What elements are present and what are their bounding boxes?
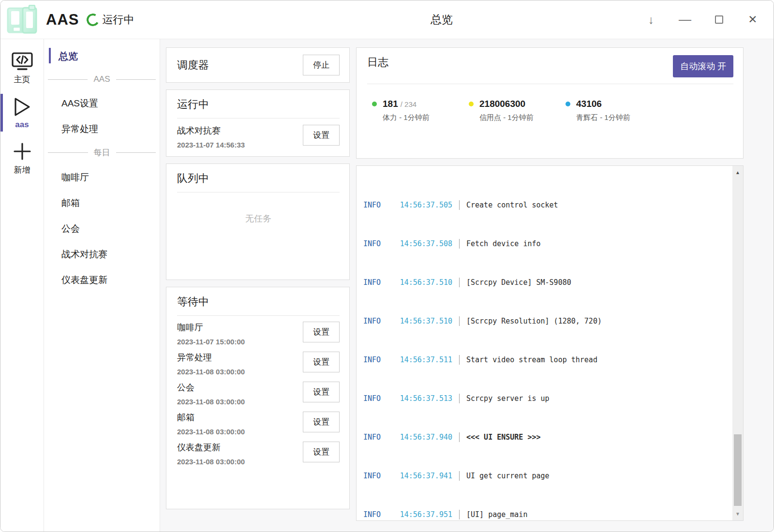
resource-value: 181 xyxy=(383,99,398,109)
rail-item-home[interactable]: 主页 xyxy=(0,49,44,87)
log-message: Create control socket xyxy=(466,200,558,210)
log-timestamp: 14:56:37.508 xyxy=(393,239,452,249)
log-separator xyxy=(459,432,460,442)
settings-button[interactable]: 设置 xyxy=(303,352,340,372)
task-name: 咖啡厅 xyxy=(177,322,245,333)
close-button[interactable]: ✕ xyxy=(746,14,759,26)
log-separator xyxy=(459,510,460,519)
log-timestamp: 14:56:37.951 xyxy=(393,510,452,519)
log-timestamp: 14:56:37.510 xyxy=(393,316,452,326)
plus-icon xyxy=(0,141,44,162)
log-level: INFO xyxy=(363,200,393,210)
resource-value: 43106 xyxy=(576,99,602,109)
resource-stats: 181 / 234 体力 - 1分钟前 218006300 xyxy=(367,99,733,122)
sidebar-divider-aas: AAS xyxy=(48,74,156,84)
log-message: Start video stream loop thread xyxy=(466,355,597,365)
running-status: 运行中 xyxy=(102,13,134,27)
log-level: INFO xyxy=(363,471,393,481)
running-spinner-icon xyxy=(86,12,101,28)
rail-item-new[interactable]: 新增 xyxy=(0,138,44,177)
waiting-title: 等待中 xyxy=(177,295,340,309)
log-separator xyxy=(459,355,460,365)
settings-button[interactable]: 设置 xyxy=(303,442,340,462)
log-scroll-area[interactable]: INFO 14:56:37.505 Create control socket … xyxy=(357,166,732,520)
task-name: 战术对抗赛 xyxy=(177,125,245,136)
sidebar-item[interactable]: 公会 xyxy=(44,222,160,235)
scheduler-card: 调度器 停止 xyxy=(166,47,350,83)
task-time: 2023-11-08 03:00:00 xyxy=(177,398,245,406)
waiting-task-row: 异常处理 2023-11-08 03:00:00 设置 xyxy=(177,352,340,376)
stop-button[interactable]: 停止 xyxy=(303,55,340,75)
log-level: INFO xyxy=(363,510,393,519)
play-icon xyxy=(0,97,44,117)
queue-title: 队列中 xyxy=(177,171,340,186)
divider-label: AAS xyxy=(93,74,110,84)
log-entry: INFO 14:56:37.941 UI get current page xyxy=(363,471,732,481)
scroll-down-arrow-icon[interactable]: ▼ xyxy=(732,511,743,517)
log-scrollbar[interactable]: ▲ ▼ xyxy=(732,166,743,520)
sidebar-item[interactable]: 咖啡厅 xyxy=(44,171,160,184)
maximize-icon xyxy=(715,15,723,24)
scrollbar-thumb[interactable] xyxy=(734,434,742,506)
log-message: <<< UI ENSURE >>> xyxy=(466,432,541,442)
log-level: INFO xyxy=(363,278,393,287)
sidebar-item-label: 总览 xyxy=(59,51,78,61)
log-card: 日志 自动滚动 开 181 / 234 xyxy=(356,47,744,159)
task-name: 仪表盘更新 xyxy=(177,442,245,453)
log-timestamp: 14:56:37.941 xyxy=(393,471,452,481)
waiting-task-row: 咖啡厅 2023-11-07 15:00:00 设置 xyxy=(177,322,340,346)
log-timestamp: 14:56:37.505 xyxy=(393,200,452,210)
scheduler-title: 调度器 xyxy=(177,58,209,73)
log-separator xyxy=(459,394,460,403)
settings-button[interactable]: 设置 xyxy=(303,125,340,146)
log-title: 日志 xyxy=(367,55,388,70)
log-entry: INFO 14:56:37.511 Start video stream loo… xyxy=(363,355,732,365)
titlebar: AAS 运行中 总览 ↓ — ✕ xyxy=(0,0,774,39)
waiting-task-list: 咖啡厅 2023-11-07 15:00:00 设置 异常处理 2023-11-… xyxy=(177,322,340,466)
log-entry: INFO 14:56:37.513 Scrcpy server is up xyxy=(363,394,732,403)
sidebar-item[interactable]: 邮箱 xyxy=(44,197,160,209)
sidebar-item[interactable]: 战术对抗赛 xyxy=(44,248,160,261)
app-window: AAS 运行中 总览 ↓ — ✕ xyxy=(0,0,774,532)
settings-button[interactable]: 设置 xyxy=(303,412,340,432)
log-separator xyxy=(459,316,460,326)
log-separator xyxy=(459,471,460,481)
sidebar-item-overview[interactable]: 总览 xyxy=(44,50,160,63)
log-console[interactable]: INFO 14:56:37.505 Create control socket … xyxy=(356,165,744,521)
log-entry: INFO 14:56:37.940 <<< UI ENSURE >>> xyxy=(363,432,732,442)
divider xyxy=(177,192,340,192)
settings-button[interactable]: 设置 xyxy=(303,322,340,342)
rail-item-label: aas xyxy=(0,120,44,130)
resource-stat: 181 / 234 体力 - 1分钟前 xyxy=(372,99,469,122)
sidebar-item[interactable]: 仪表盘更新 xyxy=(44,274,160,286)
log-entry: INFO 14:56:37.951 [UI] page_main xyxy=(363,510,732,519)
log-entry: INFO 14:56:37.510 [Scrcpy Resolution] (1… xyxy=(363,316,732,326)
rail-item-aas[interactable]: aas xyxy=(0,94,44,132)
log-level: INFO xyxy=(363,432,393,442)
log-entry: INFO 14:56:37.510 [Scrcpy Device] SM-S90… xyxy=(363,278,732,287)
log-message: UI get current page xyxy=(466,471,550,481)
download-arrow-icon[interactable]: ↓ xyxy=(645,14,657,26)
tasks-column: 调度器 停止 运行中 战术对抗赛 2023-11-07 14:56:33 设置 xyxy=(166,47,350,521)
task-time: 2023-11-08 03:00:00 xyxy=(177,458,245,466)
sidebar-item[interactable]: AAS设置 xyxy=(44,97,160,110)
settings-button[interactable]: 设置 xyxy=(303,382,340,402)
minimize-button[interactable]: — xyxy=(679,14,691,26)
log-entry: INFO 14:56:37.505 Create control socket xyxy=(363,200,732,210)
task-time: 2023-11-07 15:00:00 xyxy=(177,338,245,346)
sidebar-item[interactable]: 异常处理 xyxy=(44,123,160,135)
log-timestamp: 14:56:37.511 xyxy=(393,355,452,365)
task-time: 2023-11-08 03:00:00 xyxy=(177,368,245,376)
log-timestamp: 14:56:37.940 xyxy=(393,432,452,442)
scroll-up-arrow-icon[interactable]: ▲ xyxy=(732,170,743,175)
autoscroll-toggle[interactable]: 自动滚动 开 xyxy=(673,55,733,77)
maximize-button[interactable] xyxy=(713,14,725,26)
waiting-task-row: 仪表盘更新 2023-11-08 03:00:00 设置 xyxy=(177,442,340,466)
log-message: Scrcpy server is up xyxy=(466,394,550,403)
app-logo-icon xyxy=(6,5,38,35)
main-content: 调度器 停止 运行中 战术对抗赛 2023-11-07 14:56:33 设置 xyxy=(160,39,774,532)
menu-sidebar: 总览 AAS AAS设置 异常处理 每日 xyxy=(44,39,160,532)
page-title: 总览 xyxy=(431,12,453,27)
log-timestamp: 14:56:37.510 xyxy=(393,278,452,287)
log-separator xyxy=(459,278,460,287)
